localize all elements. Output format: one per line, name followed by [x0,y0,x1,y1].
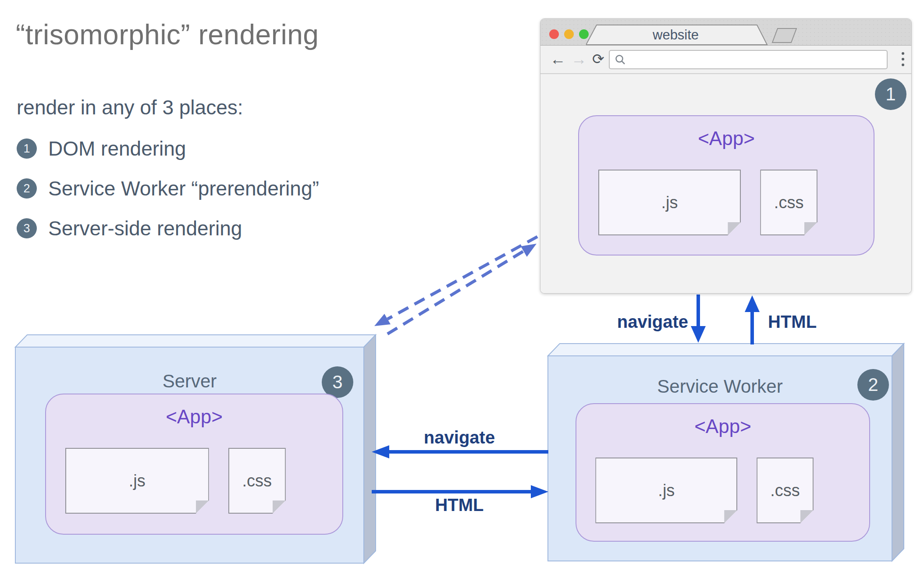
js-file-icon: .js [595,458,737,523]
close-window-icon[interactable] [549,29,559,39]
render-places-list: 1 DOM rendering 2 Service Worker “preren… [17,138,319,258]
list-badge-3: 3 [17,218,37,238]
refresh-icon[interactable]: ⟳ [592,46,604,72]
dashed-arrowhead-to-browser [521,244,537,257]
dashed-arrow-browser-to-server [374,237,537,326]
url-bar[interactable] [609,50,888,69]
list-item: 2 Service Worker “prerendering” [17,178,319,199]
navigate-label-vertical: navigate [583,312,688,332]
app-tag-label: <App> [576,415,869,437]
css-file-icon: .css [228,448,286,514]
js-file-label: .js [661,193,678,212]
css-file-icon: .css [760,170,817,235]
server-title: Server [15,371,364,392]
arrowhead-up [745,295,760,312]
dashed-line [387,251,524,334]
page-fold-icon [800,510,814,523]
css-file-label: .css [770,481,800,500]
navigate-label-horizontal: navigate [394,428,525,447]
js-file-label: .js [129,472,146,490]
js-file-icon: .js [598,170,741,235]
browser-toolbar: ← → ⟳ [540,46,911,74]
new-tab-button[interactable] [772,28,796,43]
arrowhead-down [691,326,706,343]
app-files: .js .css [65,448,319,512]
list-item-label: Service Worker “prerendering” [48,177,319,200]
navigate-arrow-down [691,295,706,343]
browser-titlebar: website [540,19,911,46]
badge-dom-rendering: 1 [875,78,906,110]
html-label-vertical: HTML [768,312,817,332]
app-files: .js .css [595,458,846,522]
list-item: 1 DOM rendering [17,138,319,159]
js-file-label: .js [658,481,675,500]
list-badge-1: 1 [17,138,37,159]
css-file-icon: .css [757,458,814,523]
service-worker-title: Service Worker [548,376,892,397]
css-file-label: .css [774,193,804,212]
app-files: .js .css [598,170,850,234]
page-fold-icon [728,222,741,235]
forward-icon[interactable]: → [571,46,587,72]
css-file-label: .css [242,472,272,490]
server-box-top-bevel [15,335,376,347]
list-item-label: Server-side rendering [48,216,242,240]
kebab-menu-icon[interactable] [902,46,904,72]
list-item: 3 Server-side rendering [17,218,319,238]
html-label-horizontal: HTML [394,495,525,515]
list-item-label: DOM rendering [48,137,186,160]
service-worker-box-top-bevel [548,344,904,356]
minimize-window-icon[interactable] [564,29,574,39]
js-file-icon: .js [65,448,209,514]
browser-window: website ← → ⟳ <App> .js [540,18,912,294]
page-fold-icon [196,500,209,514]
dashed-line [387,237,537,319]
service-worker-box-right-bevel [892,344,904,561]
app-tag-label: <App> [579,128,874,149]
trisomorphic-rendering-diagram: “trisomorphic” rendering render in any o… [0,0,924,582]
server-app-box: <App> .js .css [45,394,343,535]
app-tag-label: <App> [46,406,342,428]
server-box-right-bevel [364,335,376,563]
page-title: “trisomorphic” rendering [16,18,319,51]
page-subtitle: render in any of 3 places: [17,96,243,119]
back-icon[interactable]: ← [550,46,566,72]
list-badge-2: 2 [17,178,37,199]
dashed-arrow-server-to-browser [387,244,537,334]
search-icon [614,53,627,67]
tab-title[interactable]: website [653,24,699,45]
badge-service-worker-prerendering: 2 [857,369,889,401]
page-fold-icon [804,222,817,235]
service-worker-app-box: <App> .js .css [576,403,870,542]
arrowhead-right [531,485,548,498]
browser-app-box: <App> .js .css [578,115,874,256]
html-arrow-up [745,295,760,344]
page-fold-icon [273,500,286,514]
page-fold-icon [724,510,737,523]
